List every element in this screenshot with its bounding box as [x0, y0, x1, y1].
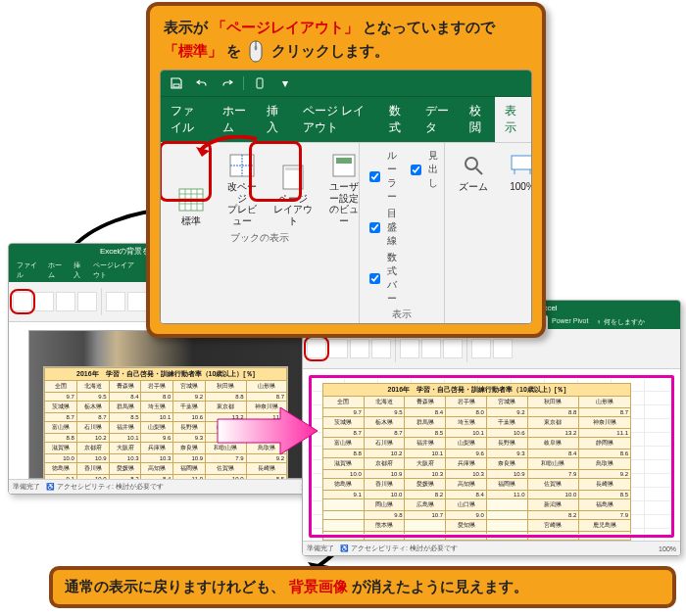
table-cell: 8.8 — [45, 434, 77, 443]
svg-rect-12 — [512, 156, 532, 169]
custom-view-icon — [330, 152, 358, 179]
mini-button[interactable] — [127, 292, 147, 311]
mini-button[interactable] — [443, 339, 463, 358]
text-highlight: 「標準」 — [164, 42, 222, 59]
view-pagebreak-button[interactable]: 改ページプレビュー — [220, 147, 265, 229]
table-cell: 9.6 — [141, 434, 173, 443]
ribbon-tab-formulas[interactable]: 数式 — [379, 97, 416, 142]
table-cell: 8.0 — [141, 393, 173, 402]
table-cell: 奈良県 — [173, 443, 206, 454]
table-cell: 長野県 — [173, 422, 206, 434]
pagelayout-icon — [279, 164, 307, 191]
label: ズーム — [459, 181, 488, 193]
table-cell: 京都府 — [76, 443, 109, 454]
transition-arrow-icon — [214, 402, 321, 463]
table-cell: 秋田県 — [206, 381, 246, 393]
table-cell: 青森県 — [109, 381, 141, 393]
undo-icon[interactable] — [192, 74, 212, 92]
excel-ribbon: ▾ ファイル ホーム 挿入 ページ レイアウト 数式 データ 校閲 表示 標準 — [160, 70, 532, 324]
mini-view-button[interactable] — [56, 292, 75, 311]
table-cell: 8.7 — [45, 413, 77, 422]
zoom-icon — [460, 152, 487, 179]
table-title: 2016年 学習・自己啓発・訓練行動者率（10歳以上）[％] — [45, 368, 287, 381]
ribbon-tabs: ファイル ホーム 挿入 ページ レイアウト 数式 データ 校閲 表示 — [161, 96, 531, 142]
zoom-100-button[interactable]: 100% — [500, 147, 532, 196]
status-ready: 準備完了 — [13, 482, 40, 492]
text: クリックします。 — [271, 42, 389, 59]
touch-mode-icon[interactable] — [250, 74, 270, 92]
mini-button[interactable] — [421, 339, 441, 358]
mini-ribbon-tab[interactable]: ページレイアウト — [89, 259, 144, 282]
mini-button[interactable] — [106, 292, 125, 311]
highlight-ring-magenta — [309, 375, 674, 538]
table-cell: 8.7 — [76, 413, 109, 422]
mini-normal-button[interactable] — [307, 339, 326, 358]
view-normal-button[interactable]: 標準 — [167, 147, 216, 229]
text: 表示が — [164, 19, 208, 35]
mini-view-button[interactable] — [350, 339, 369, 358]
ribbon-tab-home[interactable]: ホーム — [213, 97, 257, 142]
mini-normal-button[interactable] — [13, 292, 32, 311]
table-cell: 10.6 — [173, 413, 206, 422]
mouse-icon — [247, 40, 265, 64]
view-pagelayout-button[interactable]: ページレイアウト — [269, 147, 318, 229]
text-highlight: 背景画像 — [289, 578, 348, 594]
table-cell: 8.5 — [109, 413, 141, 422]
text: 通常の表示に戻りますけれども、 — [65, 578, 285, 594]
instruction-panel-bottom: 通常の表示に戻りますけれども、 背景画像 が消えたように見えます。 — [49, 566, 676, 608]
checkbox-gridlines[interactable]: 目盛線 — [366, 207, 397, 248]
ribbon-tab-view[interactable]: 表示 — [495, 97, 531, 142]
ribbon-tab-data[interactable]: データ — [416, 97, 460, 142]
svg-rect-2 — [173, 84, 179, 87]
zoom-button[interactable]: ズーム — [451, 147, 496, 196]
ribbon-tab-pagelayout[interactable]: ページ レイアウト — [293, 97, 380, 142]
table-cell: 全国 — [45, 381, 77, 393]
text-highlight: 「ページレイアウト」 — [212, 19, 359, 35]
status-ready: 準備完了 — [307, 544, 334, 553]
table-cell: 高知県 — [141, 463, 173, 475]
mini-ribbon-tab[interactable]: Power Pivot — [548, 315, 592, 329]
checkbox-headings[interactable]: 見出し — [407, 149, 438, 190]
table-cell: 佐賀県 — [206, 463, 246, 475]
chevron-down-icon[interactable]: ▾ — [275, 74, 295, 92]
table-cell: 埼玉県 — [141, 402, 173, 413]
ribbon-tab-file[interactable]: ファイル — [161, 97, 213, 142]
table-cell: 10.9 — [76, 454, 109, 463]
checkbox-formulabar[interactable]: 数式バー — [366, 251, 397, 306]
mini-button[interactable] — [471, 339, 491, 358]
text: を — [226, 42, 241, 59]
ribbon-tab-insert[interactable]: 挿入 — [257, 97, 293, 142]
table-cell: 9.3 — [173, 434, 206, 443]
mini-view-button[interactable] — [34, 292, 54, 311]
mini-ribbon-tab[interactable]: ♀ 何をしますか — [592, 315, 648, 329]
zoom-100-icon — [509, 152, 532, 179]
table-cell: 千葉県 — [173, 402, 206, 413]
mini-view-button[interactable] — [77, 292, 97, 311]
table-cell: 山梨県 — [141, 422, 173, 434]
mini-view-button[interactable] — [328, 339, 348, 358]
mini-ribbon-tab[interactable]: 挿入 — [70, 259, 89, 282]
mini-ribbon-tab[interactable]: ファイル — [13, 259, 44, 282]
ribbon-tab-review[interactable]: 校閲 — [460, 97, 496, 142]
table-cell: 兵庫県 — [141, 443, 173, 454]
label: ユーザー設定のビュー — [326, 181, 362, 226]
redo-icon[interactable] — [218, 74, 237, 92]
mini-button[interactable] — [493, 339, 513, 358]
status-zoom: 100% — [659, 545, 676, 552]
svg-point-1 — [255, 46, 258, 51]
svg-rect-7 — [285, 167, 301, 170]
pagebreak-icon — [228, 152, 256, 179]
table-cell: 8.8 — [206, 393, 246, 402]
save-icon[interactable] — [167, 74, 186, 92]
mini-view-button[interactable] — [371, 339, 391, 358]
label: 100% — [510, 181, 532, 193]
mini-button[interactable] — [400, 339, 419, 358]
group-caption: 表示 — [366, 308, 438, 321]
label: ページレイアウト — [273, 193, 313, 227]
table-cell: 山形県 — [246, 381, 286, 393]
mini-ribbon-tab[interactable]: ホーム — [44, 259, 70, 282]
svg-rect-9 — [336, 158, 352, 164]
checkbox-ruler[interactable]: ルーラー — [366, 149, 397, 204]
group-caption: ブックの表示 — [167, 231, 353, 245]
table-cell: 長崎県 — [246, 463, 286, 475]
